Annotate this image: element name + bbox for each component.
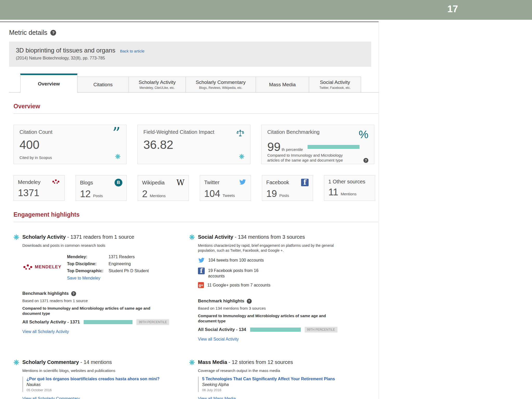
benchmark-compared-to: Compared to Immunology and Microbiology … <box>22 306 152 316</box>
source-card-mendeley: Mendeley 1371 <box>14 175 65 201</box>
view-all-social-activity-link[interactable]: View all Social Activity <box>198 337 239 342</box>
benchmark-bar-label: All Social Activity - 134 <box>198 327 246 332</box>
help-icon[interactable]: ? <box>363 158 368 163</box>
benchmark-based-on: Based on 134 mentions from 3 sources <box>198 306 378 310</box>
section-title: Scholarly Commentary <box>22 359 79 365</box>
facebook-icon: f <box>301 179 309 186</box>
facebook-mentions-row: f 19 Facebook posts from 16 accounts <box>198 268 378 279</box>
back-to-article-link[interactable]: Back to article <box>120 49 144 53</box>
percentile-bar <box>84 320 132 324</box>
tab-scholarly-activity[interactable]: Scholarly Activity Mendeley, CiteULike, … <box>129 77 186 92</box>
percentile-value: 99 <box>267 141 281 153</box>
tab-citations[interactable]: Citations <box>77 77 129 92</box>
social-mentions-list: 104 tweets from 100 accounts f 19 Facebo… <box>198 257 378 288</box>
source-value: 2 <box>142 189 148 200</box>
commentary-item: ¿Por qué los órganos bioartificiales cre… <box>22 377 189 392</box>
fwci-card: Field-Weighted Citation Impact 36.82 <box>137 125 250 164</box>
page-title: Metric details <box>9 29 47 36</box>
mendeley-logo-text: MENDELEY <box>35 264 61 270</box>
view-all-scholarly-commentary-link[interactable]: View all Scholarly Commentary <box>22 396 80 399</box>
source-card-facebook: Facebook f 19 Posts <box>262 175 313 201</box>
view-all-scholarly-activity-link[interactable]: View all Scholarly Activity <box>22 329 69 334</box>
plumx-flower-icon <box>115 154 121 160</box>
help-icon[interactable]: ? <box>247 299 252 304</box>
article-citation: (2014) Nature Biotechnology, 32(8), pp. … <box>16 56 364 61</box>
card-title: Field-Weighted Citation Impact <box>143 129 214 135</box>
mendeley-icon <box>51 179 60 185</box>
mass-media-item-date: 06 July 2016 <box>202 388 378 392</box>
percentile-badge: 99TH PERCENTILE <box>136 319 169 325</box>
overview-heading: Overview <box>14 103 378 110</box>
tab-mass-media[interactable]: Mass Media <box>256 77 309 92</box>
section-description: Mentions in scientific blogs, websites a… <box>22 368 189 373</box>
section-title: Mass Media <box>198 359 227 365</box>
tab-label: Overview <box>38 81 60 87</box>
tab-overview[interactable]: Overview <box>20 74 77 92</box>
fwci-value: 36.82 <box>143 138 244 151</box>
section-subtitle: - 12 stories from 12 sources <box>227 359 293 365</box>
benchmark-title: Benchmark highlights <box>198 298 244 304</box>
googleplus-mentions-row: g+ 11 Google+ posts from 7 accounts <box>198 282 378 288</box>
percentile-badge: 99TH PERCENTILE <box>305 327 337 332</box>
source-card-blogs: Blogs B 12 Posts <box>76 175 127 201</box>
wikipedia-icon: W <box>176 179 184 187</box>
percent-icon: % <box>359 129 368 140</box>
percentile-suffix: th percentile <box>282 147 303 152</box>
tab-social-activity[interactable]: Social Activity Twitter, Facebook, etc. <box>309 77 361 92</box>
source-unit: Posts <box>93 194 103 198</box>
mass-media-item-title[interactable]: 5 Technologies That Can Significantly Af… <box>202 377 335 381</box>
section-title: Social Activity <box>198 234 233 240</box>
metrics-page: Metric details ? 3D bioprinting of tissu… <box>0 22 379 399</box>
source-value: 19 <box>266 188 277 199</box>
citation-count-value: 400 <box>19 138 121 151</box>
tab-label: Scholarly Commentary <box>196 79 245 85</box>
commentary-item-source: Naukas <box>26 382 189 387</box>
card-title: Citation Benchmarking <box>267 129 320 135</box>
view-all-mass-media-link[interactable]: View all Mass Media <box>198 396 236 399</box>
section-subtitle: - 14 mentions <box>79 359 112 365</box>
commentary-item-date: 05 October 2016 <box>26 388 189 392</box>
source-name: Twitter <box>204 179 220 185</box>
commentary-item-title[interactable]: ¿Por qué los órganos bioartificiales cre… <box>26 377 159 381</box>
mass-media-item: 5 Technologies That Can Significantly Af… <box>198 377 378 392</box>
source-value: 104 <box>204 188 220 199</box>
help-icon[interactable]: ? <box>71 291 76 296</box>
source-card-wikipedia: Wikipedia W 2 Mentions <box>138 175 189 201</box>
mendeley-stat-row: Top Demographic: Student Ph D Student <box>67 267 149 274</box>
facebook-icon: f <box>198 268 205 274</box>
card-title: Citation Count <box>19 129 52 135</box>
help-icon[interactable]: ? <box>50 30 56 36</box>
article-summary: 3D bioprinting of tissues and organs Bac… <box>9 42 371 67</box>
benchmark-title: Benchmark highlights <box>22 291 69 296</box>
social-benchmark: Benchmark highlights ? Based on 134 ment… <box>198 298 378 342</box>
save-to-mendeley-link[interactable]: Save to Mendeley <box>67 276 100 281</box>
tab-label: Scholarly Activity <box>139 79 176 85</box>
divider <box>14 222 378 222</box>
source-unit: Mentions <box>341 192 356 196</box>
card-caption: Compared to Immunology and Microbiology … <box>267 153 350 163</box>
source-unit: Posts <box>279 193 289 198</box>
source-unit: Mentions <box>150 194 166 198</box>
blogger-icon: B <box>115 179 122 187</box>
google-plus-icon: g+ <box>198 282 204 288</box>
percentile-bar <box>308 145 360 149</box>
mass-media-item-source: Seeking Alpha <box>202 382 378 387</box>
quotes-icon: ” <box>112 128 121 138</box>
mendeley-stat-row: Mendeley: 1371 Readers <box>67 253 149 260</box>
tab-bar: Overview Citations Scholarly Activity Me… <box>9 74 379 92</box>
slide-header-bar: 17 <box>0 0 532 20</box>
source-name: Blogs <box>80 180 93 186</box>
twitter-mentions-row: 104 tweets from 100 accounts <box>198 257 378 264</box>
divider <box>14 114 378 114</box>
citation-count-card: Citation Count ” 400 Cited by in Scopus <box>14 125 127 164</box>
tab-label: Social Activity <box>320 79 350 85</box>
source-name: Wikipedia <box>142 180 165 186</box>
twitter-icon <box>198 257 205 264</box>
tab-scholarly-commentary[interactable]: Scholarly Commentary Blogs, Reviews, Wik… <box>185 77 256 92</box>
article-title: 3D bioprinting of tissues and organs <box>16 47 115 54</box>
benchmark-compared-to: Compared to Immunology and Microbiology … <box>198 313 328 323</box>
plumx-flower-icon <box>14 234 19 241</box>
engagement-heading: Engagement highlights <box>14 211 378 218</box>
source-value: 12 <box>80 189 91 200</box>
source-unit: Tweets <box>223 193 235 198</box>
